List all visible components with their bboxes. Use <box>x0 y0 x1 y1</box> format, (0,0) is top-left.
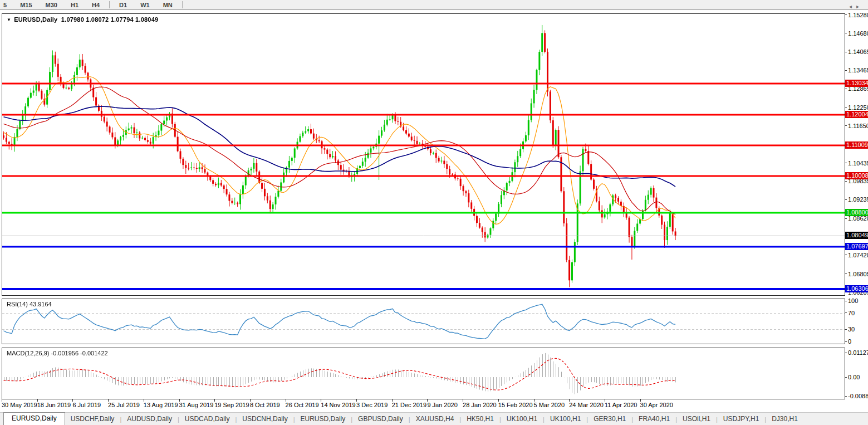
chart-tab-usdcad-daily[interactable]: USDCAD,Daily <box>179 413 236 425</box>
chart-tab-usoil-h1[interactable]: USOil,H1 <box>677 413 716 425</box>
price-axis-tick-mark <box>845 107 847 108</box>
level-price-badge: 1.10008 <box>845 172 868 179</box>
date-axis-label: 8 Oct 2019 <box>250 402 280 408</box>
scroll-left-icon[interactable]: ◂ <box>849 3 856 9</box>
timeframe-button-m30[interactable]: M30 <box>39 1 64 9</box>
date-axis-label: 21 Dec 2019 <box>392 402 426 408</box>
tab-scroll-arrows[interactable]: ◂▸ <box>849 3 864 9</box>
date-axis: 30 May 201918 Jun 20196 Jul 201925 Jul 2… <box>0 399 844 412</box>
level-price-badge: 1.13034 <box>845 80 868 87</box>
chart-tab-eurusd-daily[interactable]: EURUSD,Daily <box>295 413 351 425</box>
date-axis-label: 3 Dec 2019 <box>356 402 388 408</box>
symbol-period-label: EURUSD,Daily <box>14 16 57 23</box>
price-axis-label: 1.09235 <box>848 196 868 203</box>
price-axis-tick-mark <box>845 70 847 71</box>
date-axis-label: 13 Aug 2019 <box>144 402 178 408</box>
date-axis-label: 30 Apr 2020 <box>640 402 673 408</box>
price-axis-tick-mark <box>845 52 847 52</box>
price-axis-label: 1.14065 <box>848 48 868 55</box>
timeframe-button-h1[interactable]: H1 <box>64 1 85 9</box>
timeframe-button-d1[interactable]: D1 <box>112 1 134 9</box>
price-axis-label: 1.06805 <box>848 271 868 277</box>
rsi-axis-tick-mark <box>845 329 847 330</box>
price-axis-label: 1.15280 <box>848 12 868 18</box>
chart-tab-fra40-h1[interactable]: FRA40,H1 <box>633 413 675 425</box>
rsi-axis-label: 100 <box>848 297 858 304</box>
chart-tab-usdjpy-h1[interactable]: USDJPY,H1 <box>718 413 764 425</box>
price-axis-tick-mark <box>845 33 847 33</box>
chart-tab-eurusd-daily[interactable]: EURUSD,Daily <box>3 412 65 425</box>
rsi-label: RSI(14) 43.9164 <box>7 301 52 307</box>
rsi-pane: RSI(14) 43.9164 <box>2 299 845 344</box>
rsi-axis-tick-mark <box>845 312 847 313</box>
date-axis-label: 24 Mar 2020 <box>569 402 604 408</box>
rsi-canvas[interactable] <box>2 299 845 343</box>
chart-tab-usdcnh-daily[interactable]: USDCNH,Daily <box>237 413 293 425</box>
date-axis-label: 5 Mar 2020 <box>534 402 565 408</box>
level-price-badge: 1.11009 <box>845 141 868 149</box>
date-axis-label: 11 Apr 2020 <box>605 402 637 408</box>
price-axis-label: 1.14680 <box>848 30 868 37</box>
current-price-badge: 1.08049 <box>845 232 868 239</box>
chart-tab-uk100-h1[interactable]: UK100,H1 <box>545 413 586 425</box>
price-axis-tick-mark <box>845 14 847 15</box>
chart-title: ▼EURUSD,Daily 1.07980 1.08072 1.07794 1.… <box>7 16 158 23</box>
level-price-badge: 1.08800 <box>845 209 868 216</box>
timeframe-button-w1[interactable]: W1 <box>134 1 156 9</box>
timeframe-button-m15[interactable]: M15 <box>13 1 38 9</box>
macd-pane: MACD(12,26,9) -0.001956 -0.001422 <box>2 348 845 399</box>
price-axis-tick-mark <box>845 89 847 89</box>
rsi-axis-tick-mark <box>845 341 847 342</box>
rsi-axis-label: 30 <box>848 326 855 333</box>
price-axis-label: 1.07420 <box>848 252 868 258</box>
macd-axis-tick-mark <box>845 353 847 353</box>
macd-axis-label: -0.00884 <box>848 393 868 399</box>
date-axis-label: 26 Oct 2019 <box>286 402 319 408</box>
chart-tabs: EURUSD,DailyUSDCHF,Daily|AUDUSD,Daily|US… <box>0 412 868 425</box>
chart-tab-usdchf-daily[interactable]: USDCHF,Daily <box>65 413 120 425</box>
chart-tab-uk100-h1[interactable]: UK100,H1 <box>501 413 543 425</box>
price-axis-label: 1.13465 <box>848 67 868 74</box>
date-axis-label: 25 Jul 2019 <box>108 402 140 408</box>
date-axis-label: 14 Nov 2019 <box>321 402 355 408</box>
chart-tab-hk50-h1[interactable]: HK50,H1 <box>461 413 499 425</box>
chart-tab-audusd-daily[interactable]: AUDUSD,Daily <box>121 413 178 425</box>
price-pane: ▼EURUSD,Daily 1.07980 1.08072 1.07794 1.… <box>2 13 845 296</box>
mt4-window: 5M15M30H1H4D1W1MN ▼EURUSD,Daily 1.07980 … <box>0 0 868 425</box>
chart-tab-xauusd-h4[interactable]: XAUUSD,H4 <box>410 413 460 425</box>
timeframe-toolbar: 5M15M30H1H4D1W1MN <box>0 0 868 10</box>
price-axis-tick-mark <box>845 181 847 182</box>
macd-canvas[interactable] <box>2 348 845 398</box>
price-axis-label: 1.11650 <box>848 123 868 129</box>
timeframe-button-h4[interactable]: H4 <box>85 1 106 9</box>
toolbar-divider <box>182 1 183 8</box>
price-axis-tick-mark <box>845 273 847 274</box>
date-axis-label: 31 Aug 2019 <box>179 402 214 408</box>
timeframe-button-5[interactable]: 5 <box>0 1 13 9</box>
price-axis-tick-mark <box>845 255 847 255</box>
rsi-axis-label: 70 <box>848 310 855 316</box>
chart-tab-ger30-h1[interactable]: GER30,H1 <box>588 413 631 425</box>
chart-tab-dj30-h1[interactable]: DJ30,H1 <box>766 413 803 425</box>
price-axis-label: 1.12250 <box>848 104 868 111</box>
chart-tab-gbpusd-daily[interactable]: GBPUSD,Daily <box>352 413 409 425</box>
price-axis-tick-mark <box>845 125 847 126</box>
date-axis-label: 30 May 2019 <box>2 402 37 408</box>
toolbar-divider <box>109 1 110 8</box>
scroll-right-icon[interactable]: ▸ <box>856 3 864 9</box>
price-axis-tick-mark <box>845 163 847 163</box>
level-price-badge: 1.12004 <box>845 111 868 118</box>
date-axis-label: 15 Feb 2020 <box>498 402 533 408</box>
timeframe-button-mn[interactable]: MN <box>156 1 179 9</box>
date-axis-label: 19 Sep 2019 <box>214 402 249 408</box>
price-chart-canvas[interactable] <box>2 14 845 295</box>
rsi-axis-label: 0 <box>848 338 851 345</box>
price-axis: 1.152801.146801.140651.134651.128651.122… <box>845 0 868 412</box>
symbol-dropdown-icon[interactable]: ▼ <box>7 17 11 22</box>
price-axis-label: 1.10435 <box>848 160 868 167</box>
rsi-axis-tick-mark <box>845 301 847 301</box>
macd-axis-label: 0.00 <box>848 374 860 380</box>
date-axis-label: 9 Jan 2020 <box>427 402 457 408</box>
macd-axis-label: 0.011277 <box>848 349 868 356</box>
ohlc-values: 1.07980 1.08072 1.07794 1.08049 <box>61 16 158 23</box>
